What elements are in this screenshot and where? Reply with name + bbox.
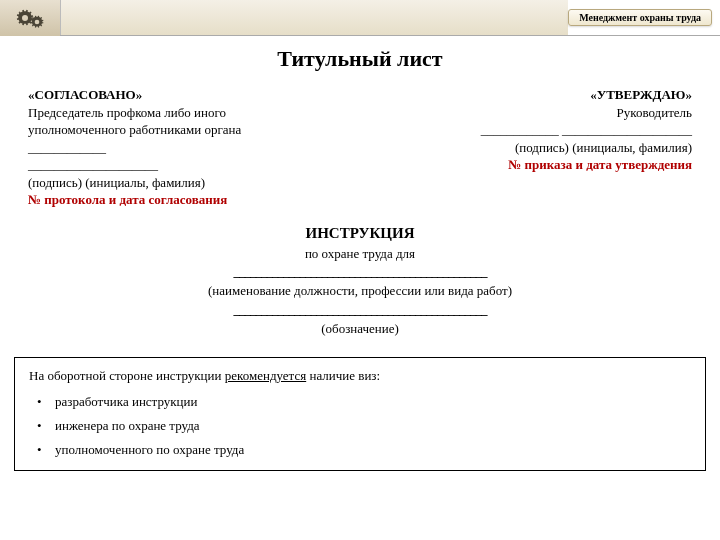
- list-item: разработчика инструкции: [29, 390, 691, 414]
- approve-line: Руководитель: [372, 104, 692, 122]
- logo-gears: [0, 0, 60, 36]
- hint-position: (наименование должности, профессии или в…: [28, 282, 692, 301]
- underline: ________________________________________…: [28, 301, 692, 320]
- agreed-line: уполномоченного работниками органа: [28, 121, 348, 139]
- underline: ________________________________________…: [28, 263, 692, 282]
- list-item: уполномоченного по охране труда: [29, 438, 691, 462]
- approve-heading: «УТВЕРЖДАЮ»: [372, 86, 692, 104]
- blank-line: ____________ ____________________: [372, 121, 692, 139]
- sign-hint: (подпись) (инициалы, фамилия): [28, 174, 348, 192]
- footer-box: На оборотной стороне инструкции рекоменд…: [14, 357, 706, 471]
- header-strip: [60, 0, 568, 35]
- instruction-title: ИНСТРУКЦИЯ: [28, 223, 692, 245]
- footer-intro: На оборотной стороне инструкции рекоменд…: [29, 368, 691, 384]
- agreed-heading: «СОГЛАСОВАНО»: [28, 86, 348, 104]
- footer-intro-text: наличие виз:: [306, 368, 380, 383]
- instruction-block: ИНСТРУКЦИЯ по охране труда для _________…: [0, 223, 720, 339]
- footer-intro-text: На оборотной стороне инструкции: [29, 368, 225, 383]
- approval-columns: «СОГЛАСОВАНО» Председатель профкома либо…: [0, 86, 720, 209]
- footer-intro-underlined: рекомендуется: [225, 368, 306, 383]
- order-note: № приказа и дата утверждения: [372, 156, 692, 174]
- sign-hint: (подпись) (инициалы, фамилия): [372, 139, 692, 157]
- agreed-line: Председатель профкома либо иного: [28, 104, 348, 122]
- header-bar: Менеджмент охраны труда: [0, 0, 720, 36]
- visa-list: разработчика инструкции инженера по охра…: [29, 390, 691, 462]
- instruction-for: по охране труда для: [28, 245, 692, 264]
- agreed-block: «СОГЛАСОВАНО» Председатель профкома либо…: [28, 86, 348, 209]
- approve-block: «УТВЕРЖДАЮ» Руководитель ____________ __…: [372, 86, 692, 209]
- page-title: Титульный лист: [0, 46, 720, 72]
- blank-line: ____________: [28, 139, 348, 157]
- gear-icon: [30, 15, 44, 29]
- blank-line: ____________________: [28, 156, 348, 174]
- hint-designation: (обозначение): [28, 320, 692, 339]
- list-item: инженера по охране труда: [29, 414, 691, 438]
- header-badge: Менеджмент охраны труда: [568, 9, 712, 26]
- protocol-note: № протокола и дата согласования: [28, 191, 348, 209]
